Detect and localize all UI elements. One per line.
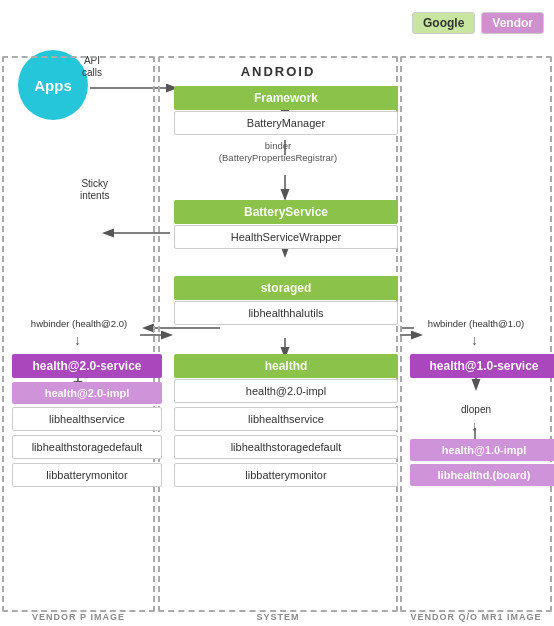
right-health-impl-box: health@1.0-impl bbox=[410, 439, 554, 461]
vendor-p-footer: VENDOR P IMAGE bbox=[2, 612, 155, 622]
left-hwbinder-label: hwbinder (health@2.0) bbox=[4, 318, 154, 329]
android-header: ANDROID bbox=[158, 60, 398, 79]
libhealthhalutils-box: libhealthhalutils bbox=[174, 301, 398, 325]
center-health-impl-box: health@2.0-impl bbox=[174, 379, 398, 403]
storaged-box: storaged bbox=[174, 276, 398, 300]
center-libbatterymonitor-box: libbatterymonitor bbox=[174, 463, 398, 487]
dlopen-arrow: ↓ bbox=[471, 418, 478, 434]
battery-manager-box: BatteryManager bbox=[174, 111, 398, 135]
right-hwbinder-label: hwbinder (health@1.0) bbox=[400, 318, 552, 329]
diagram-container: Google Vendor Apps APIcalls Stickyintent… bbox=[0, 0, 554, 626]
right-hwbinder-arrow: ↓ bbox=[471, 332, 478, 348]
center-libhealthservice-box: libhealthservice bbox=[174, 407, 398, 431]
battery-service-box: BatteryService bbox=[174, 200, 398, 224]
right-libhealthd-board-box: libhealthd.(board) bbox=[410, 464, 554, 486]
left-libhealthstoragedefault-box: libhealthstoragedefault bbox=[12, 435, 162, 459]
left-libbatterymonitor-box: libbatterymonitor bbox=[12, 463, 162, 487]
legend-vendor: Vendor bbox=[481, 12, 544, 34]
legend: Google Vendor bbox=[412, 12, 544, 34]
left-health-impl-box: health@2.0-impl bbox=[12, 382, 162, 404]
vendor-q-footer: VENDOR Q/O MR1 IMAGE bbox=[400, 612, 552, 622]
framework-box: Framework bbox=[174, 86, 398, 110]
binder-label: binderbinder (BatteryPropertiesRegistrar… bbox=[166, 140, 390, 165]
right-health-service-box: health@1.0-service bbox=[410, 354, 554, 378]
health-service-wrapper-box: HealthServiceWrapper bbox=[174, 225, 398, 249]
dlopen-label: dlopen bbox=[402, 404, 550, 415]
left-hwbinder-arrow: ↓ bbox=[74, 332, 81, 348]
system-footer: SYSTEM bbox=[158, 612, 398, 622]
healthd-box: healthd bbox=[174, 354, 398, 378]
left-health-service-box: health@2.0-service bbox=[12, 354, 162, 378]
legend-google: Google bbox=[412, 12, 475, 34]
center-libhealthstoragedefault-box: libhealthstoragedefault bbox=[174, 435, 398, 459]
left-libhealthservice-box: libhealthservice bbox=[12, 407, 162, 431]
